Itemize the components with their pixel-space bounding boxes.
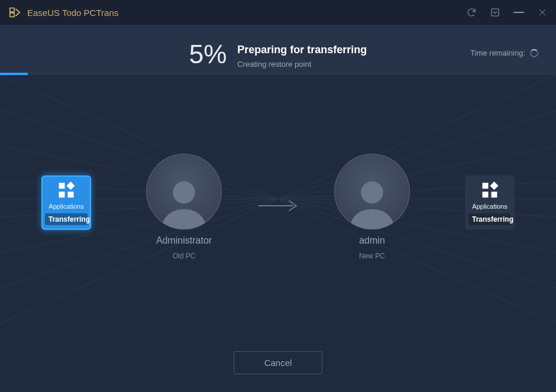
svg-rect-0: [492, 9, 499, 16]
old-pc: Administrator Old PC: [146, 154, 222, 260]
titlebar-right: [466, 7, 548, 18]
time-remaining: Time remaining:: [470, 48, 538, 57]
status-text: Preparing for transferring Creating rest…: [237, 41, 367, 69]
cancel-button[interactable]: Cancel: [234, 351, 322, 374]
new-pc-role: New PC: [359, 252, 385, 260]
svg-point-28: [361, 181, 383, 203]
dropdown-icon[interactable]: [490, 7, 500, 18]
svg-point-26: [173, 181, 195, 203]
app-title: EaseUS Todo PCTrans: [27, 8, 118, 18]
sync-icon[interactable]: [466, 7, 477, 18]
app-logo-icon: [8, 6, 21, 19]
close-button[interactable]: [537, 7, 548, 18]
titlebar-left: EaseUS Todo PCTrans: [8, 6, 118, 19]
progress-percent: 5%: [189, 41, 227, 67]
spinner-icon: [530, 49, 538, 57]
minimize-button[interactable]: [513, 12, 524, 13]
main-area: Applications Transferring Applications T…: [0, 75, 556, 338]
status-header: 5% Preparing for transferring Creating r…: [0, 25, 556, 75]
footer: Cancel: [0, 338, 556, 392]
new-pc-name: admin: [359, 235, 385, 246]
titlebar: EaseUS Todo PCTrans: [0, 0, 556, 25]
old-pc-name: Administrator: [156, 235, 212, 246]
time-remaining-label: Time remaining:: [470, 48, 525, 57]
new-pc: admin New PC: [334, 154, 410, 260]
status-heading: Preparing for transferring: [237, 44, 367, 56]
avatar-icon: [334, 154, 410, 229]
status-center: 5% Preparing for transferring Creating r…: [189, 41, 367, 69]
status-sub: Creating restore point: [237, 60, 367, 69]
app-window: EaseUS Todo PCTrans 5% Preparing for tra…: [0, 0, 556, 392]
old-pc-role: Old PC: [173, 252, 196, 260]
avatar-icon: [146, 154, 222, 229]
arrow-right-icon: [257, 199, 299, 215]
transfer-row: Administrator Old PC admin New PC: [0, 154, 556, 260]
